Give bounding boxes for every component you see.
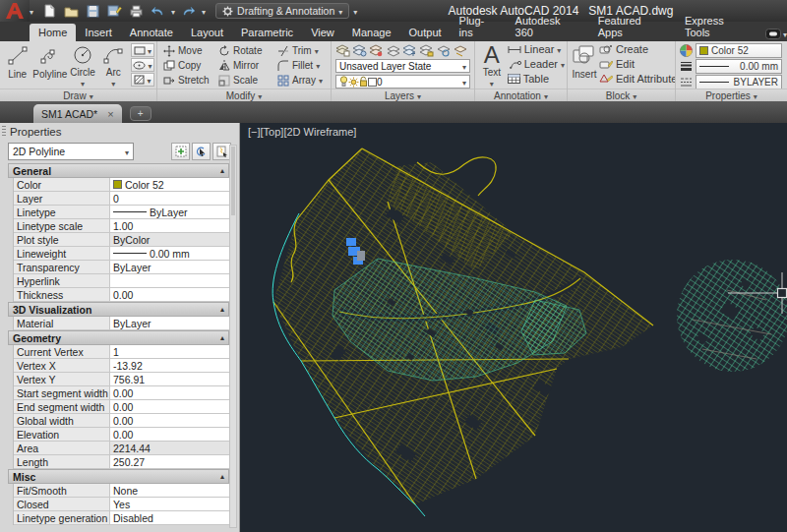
lineweight-icon[interactable] bbox=[680, 61, 693, 72]
linetype-select[interactable]: BYLAYER bbox=[696, 75, 782, 89]
linetype-icon[interactable] bbox=[680, 77, 693, 88]
table-button[interactable]: Table bbox=[508, 73, 565, 85]
property-row-current-vertex[interactable]: Current Vertex 1 bbox=[14, 345, 229, 359]
scale-button[interactable]: Scale bbox=[218, 75, 277, 87]
panel-draw-label[interactable]: Draw bbox=[0, 89, 156, 101]
save-as-icon[interactable] bbox=[106, 3, 123, 20]
property-row-color[interactable]: Color Color 52 bbox=[14, 178, 229, 192]
property-row-end-segment-width[interactable]: End segment width 0.00 bbox=[14, 400, 229, 414]
section-geometry[interactable]: Geometry▴ bbox=[8, 330, 229, 345]
tab-featured-apps[interactable]: Featured Apps bbox=[589, 12, 676, 41]
save-icon[interactable] bbox=[85, 3, 101, 20]
tab-autodesk360[interactable]: Autodesk 360 bbox=[507, 12, 589, 41]
tab-manage[interactable]: Manage bbox=[343, 24, 400, 41]
select-objects-button[interactable] bbox=[192, 143, 211, 160]
property-row-linetype-scale[interactable]: Linetype scale 1.00 bbox=[14, 219, 229, 233]
collapse-icon[interactable]: ▴ bbox=[220, 166, 224, 175]
text-dropdown-icon[interactable] bbox=[490, 78, 494, 89]
layer-lock-icon[interactable] bbox=[419, 44, 434, 57]
property-row-closed[interactable]: Closed Yes bbox=[14, 498, 229, 511]
panel-modify-label[interactable]: Modify bbox=[157, 89, 331, 101]
tab-express-tools[interactable]: Express Tools bbox=[676, 12, 759, 41]
property-row-vertex-x[interactable]: Vertex X -13.92 bbox=[14, 359, 229, 373]
layer-match-icon[interactable] bbox=[352, 44, 367, 57]
property-row-start-segment-width[interactable]: Start segment width 0.00 bbox=[14, 386, 229, 400]
property-row-area[interactable]: Area 2214.44 bbox=[14, 442, 229, 455]
object-type-select[interactable]: 2D Polyline bbox=[8, 143, 134, 160]
linear-dropdown-icon[interactable] bbox=[557, 43, 561, 55]
property-row-material[interactable]: Material ByLayer bbox=[14, 317, 229, 330]
undo-dropdown-icon[interactable] bbox=[171, 5, 175, 17]
panel-properties-label[interactable]: Properties bbox=[676, 89, 787, 101]
property-row-fit-smooth[interactable]: Fit/Smooth None bbox=[14, 484, 229, 498]
new-file-tab-button[interactable]: + bbox=[130, 106, 151, 121]
autocad-logo-icon[interactable] bbox=[0, 0, 30, 22]
palette-scrollbar[interactable] bbox=[229, 145, 237, 528]
block-create-button[interactable]: Create bbox=[599, 43, 675, 55]
collapse-icon[interactable]: ▴ bbox=[220, 305, 224, 314]
tab-output[interactable]: Output bbox=[400, 24, 451, 41]
new-file-icon[interactable] bbox=[41, 3, 58, 20]
tab-parametric[interactable]: Parametric bbox=[232, 24, 302, 41]
tab-plugins[interactable]: Plug-ins bbox=[451, 12, 507, 41]
lineweight-select[interactable]: 0.00 mm bbox=[696, 59, 782, 74]
model-space-viewport[interactable]: [−][Top][2D Wireframe] bbox=[240, 123, 787, 532]
text-button[interactable]: A Text bbox=[479, 43, 505, 89]
property-row-hyperlink[interactable]: Hyperlink bbox=[14, 274, 229, 288]
layer-select[interactable]: 0 bbox=[335, 75, 470, 89]
arc-dropdown-icon[interactable] bbox=[111, 78, 115, 89]
property-row-linetype-generation[interactable]: Linetype generation Disabled bbox=[14, 511, 229, 525]
tab-insert[interactable]: Insert bbox=[76, 24, 121, 41]
circle-dropdown-icon[interactable] bbox=[81, 78, 85, 89]
tab-home[interactable]: Home bbox=[30, 24, 76, 41]
object-color-select[interactable]: Color 52 bbox=[696, 43, 782, 58]
section-general[interactable]: General▴ bbox=[8, 163, 229, 178]
logo-dropdown-icon[interactable] bbox=[30, 5, 33, 17]
file-tab-active[interactable]: SM1 ACAD* × bbox=[33, 104, 122, 123]
layer-walk-icon[interactable] bbox=[453, 44, 467, 57]
layer-off-icon[interactable] bbox=[369, 44, 384, 57]
palette-grip[interactable] bbox=[2, 126, 6, 138]
color-wheel-icon[interactable] bbox=[680, 44, 693, 57]
line-button[interactable]: Line bbox=[2, 43, 32, 89]
property-row-global-width[interactable]: Global width 0.00 bbox=[14, 414, 229, 428]
tab-view[interactable]: View bbox=[302, 24, 343, 41]
ribbon-options-button[interactable] bbox=[765, 28, 787, 39]
arc-button[interactable]: Arc bbox=[98, 43, 129, 89]
sun-icon[interactable] bbox=[348, 77, 359, 88]
layer-color-swatch[interactable] bbox=[368, 78, 377, 87]
stretch-button[interactable]: Stretch bbox=[163, 75, 218, 87]
section-3d-visualization[interactable]: 3D Visualization▴ bbox=[8, 302, 229, 317]
trim-dropdown-icon[interactable] bbox=[315, 45, 319, 56]
layer-properties-manager-icon[interactable] bbox=[335, 44, 350, 57]
bulb-icon[interactable] bbox=[339, 76, 348, 88]
open-file-icon[interactable] bbox=[63, 3, 80, 20]
leader-button[interactable]: Leader bbox=[508, 58, 565, 70]
layer-freeze-icon[interactable] bbox=[402, 44, 417, 57]
property-row-layer[interactable]: Layer 0 bbox=[14, 192, 229, 206]
copy-button[interactable]: Copy bbox=[163, 60, 218, 72]
tab-layout[interactable]: Layout bbox=[182, 24, 232, 41]
redo-dropdown-icon[interactable] bbox=[202, 5, 206, 17]
redo-icon[interactable] bbox=[180, 3, 197, 20]
collapse-icon[interactable]: ▴ bbox=[220, 472, 224, 481]
property-row-linetype[interactable]: Linetype ByLayer bbox=[14, 206, 229, 219]
tab-annotate[interactable]: Annotate bbox=[121, 24, 182, 41]
property-row-lineweight[interactable]: Lineweight 0.00 mm bbox=[14, 247, 229, 261]
workspace-switcher[interactable]: Drafting & Annotation bbox=[215, 3, 349, 19]
trim-button[interactable]: Trim bbox=[277, 45, 331, 57]
linear-dim-button[interactable]: Linear bbox=[508, 43, 565, 55]
panel-annotation-label[interactable]: Annotation bbox=[475, 89, 567, 101]
move-button[interactable]: Move bbox=[163, 45, 218, 57]
insert-button[interactable]: Insert bbox=[572, 43, 597, 89]
property-row-vertex-y[interactable]: Vertex Y 756.91 bbox=[14, 373, 229, 386]
circle-button[interactable]: Circle bbox=[67, 43, 97, 89]
property-row-transparency[interactable]: Transparency ByLayer bbox=[14, 261, 229, 274]
property-row-plot-style[interactable]: Plot style ByColor bbox=[14, 233, 229, 247]
property-row-length[interactable]: Length 250.27 bbox=[14, 455, 229, 469]
layer-isolate-icon[interactable] bbox=[386, 44, 400, 57]
rotate-button[interactable]: Rotate bbox=[218, 45, 277, 57]
array-dropdown-icon[interactable] bbox=[319, 75, 323, 86]
ellipse-button[interactable] bbox=[131, 58, 154, 72]
collapse-icon[interactable]: ▴ bbox=[220, 333, 224, 342]
